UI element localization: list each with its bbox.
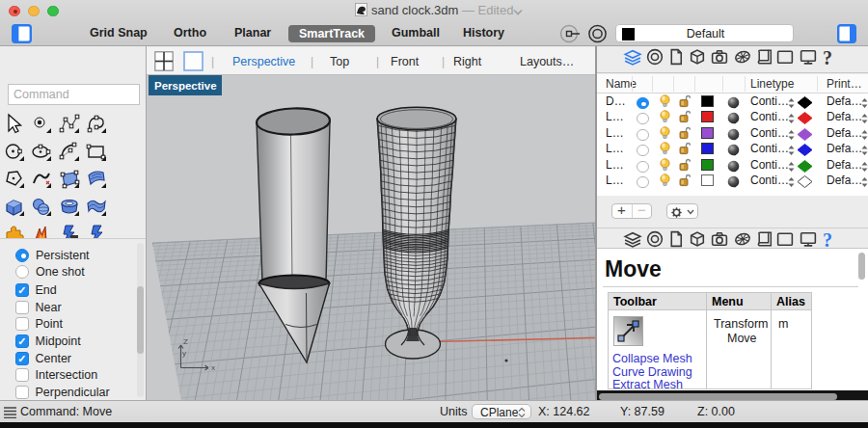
svg-text:Perspective: Perspective [154, 80, 217, 92]
svg-text:x: x [211, 363, 215, 372]
svg-text:Z: Z [183, 337, 188, 346]
svg-text:y: y [182, 349, 186, 358]
